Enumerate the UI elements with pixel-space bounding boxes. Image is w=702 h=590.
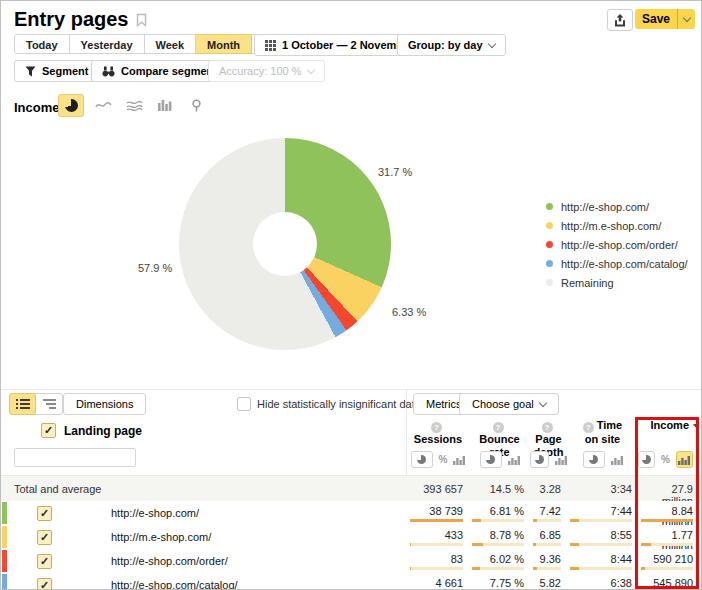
url-filter-input[interactable] xyxy=(14,448,136,467)
row-cell: 9.36 xyxy=(530,549,567,573)
hide-insignificant-group: Hide statistically insignificant data xyxy=(237,397,440,411)
row-color-strip xyxy=(2,526,7,548)
view-bars-button[interactable] xyxy=(676,451,693,468)
row-cell: 7.42 xyxy=(530,501,567,525)
cell-bar-track xyxy=(410,519,463,522)
view-percent-button[interactable]: % xyxy=(439,454,448,465)
period-tab-month[interactable]: Month xyxy=(196,34,252,54)
cell-bar-fill xyxy=(472,543,483,546)
chevron-down-icon xyxy=(682,13,690,21)
chart-type-map-icon[interactable] xyxy=(184,95,208,116)
legend-dot xyxy=(546,222,553,229)
select-all-checkbox[interactable]: ✓ xyxy=(41,423,56,438)
legend-item[interactable]: http://e-shop.com/order/ xyxy=(546,235,688,254)
metric-view-icons xyxy=(469,451,530,468)
row-url-link[interactable]: http://m.e-shop.com/ xyxy=(111,531,211,543)
cell-value: 7.75 % xyxy=(469,573,530,589)
legend-item[interactable]: Remaining xyxy=(546,273,688,292)
legend-item[interactable]: http://m.e-shop.com/ xyxy=(546,216,688,235)
choose-goal-dropdown[interactable]: Choose goal xyxy=(459,393,559,415)
cell-bar-track xyxy=(570,567,632,570)
row-checkbox[interactable]: ✓ xyxy=(37,554,52,569)
column-header-label[interactable]: Income xyxy=(638,419,702,432)
cell-value: 7:44 xyxy=(567,501,638,517)
cell-bar-fill xyxy=(641,567,645,570)
total-cell: 3.28 xyxy=(530,476,567,502)
export-button[interactable] xyxy=(607,9,633,31)
tree-view-button[interactable] xyxy=(36,393,63,415)
row-url-link[interactable]: http://e-shop.com/ xyxy=(111,507,199,519)
save-dropdown-button[interactable] xyxy=(677,9,695,29)
cell-bar-fill xyxy=(410,567,411,570)
metric-view-icons xyxy=(530,451,567,468)
metric-column-bounce-rate: ?Bounce rate xyxy=(469,419,530,459)
view-bars-button[interactable] xyxy=(611,455,623,465)
total-cell: 3:34 xyxy=(567,476,638,502)
hide-insignificant-checkbox[interactable] xyxy=(237,397,251,411)
view-toggle-group xyxy=(9,393,63,415)
cell-bar-fill xyxy=(472,567,480,570)
view-bars-button[interactable] xyxy=(555,455,567,465)
chevron-down-icon xyxy=(539,398,547,406)
help-icon[interactable]: ? xyxy=(431,422,442,433)
row-url-link[interactable]: http://e-shop.com/catalog/ xyxy=(111,579,238,590)
view-bars-button[interactable] xyxy=(453,455,465,465)
group-by-dropdown[interactable]: Group: by day xyxy=(397,34,506,56)
chart-type-selector xyxy=(58,94,208,117)
row-cell: 7:44 xyxy=(567,501,638,525)
dimensions-button[interactable]: Dimensions xyxy=(63,393,146,415)
chart-type-columns-icon[interactable] xyxy=(153,95,177,116)
total-cell: 27.9 million xyxy=(638,476,699,502)
row-color-strip xyxy=(2,502,7,524)
help-icon[interactable]: ? xyxy=(583,422,594,433)
entry-pages-report: Entry pages Save TodayYesterdayWeekMonth… xyxy=(0,0,702,590)
view-percent-button[interactable]: % xyxy=(661,454,670,465)
save-button[interactable]: Save xyxy=(635,9,677,29)
view-pie-button[interactable] xyxy=(583,451,605,468)
view-pie-button[interactable] xyxy=(530,451,549,468)
period-tab-week[interactable]: Week xyxy=(145,34,197,54)
cell-bar-fill xyxy=(472,519,481,522)
view-bars-button[interactable] xyxy=(508,455,520,465)
period-tab-yesterday[interactable]: Yesterday xyxy=(70,34,145,54)
cell-value: 6.02 % xyxy=(469,549,530,565)
accuracy-dropdown[interactable]: Accuracy: 100 % xyxy=(208,60,325,82)
cell-bar-fill xyxy=(410,519,463,522)
income-donut-chart[interactable] xyxy=(179,138,391,350)
slice-label-mshop: 6.33 % xyxy=(392,306,426,318)
metric-column-time-on-site: ?Time on site xyxy=(567,419,638,446)
column-header-label[interactable]: ?Time on site xyxy=(580,419,626,446)
chart-type-pie-icon[interactable] xyxy=(58,94,84,117)
row-cell: 8.84 million xyxy=(638,501,699,525)
list-view-button[interactable] xyxy=(9,393,36,415)
row-url-link[interactable]: http://e-shop.com/order/ xyxy=(111,555,228,567)
row-checkbox[interactable]: ✓ xyxy=(37,578,52,590)
legend-item[interactable]: http://e-shop.com/ xyxy=(546,197,688,216)
total-cell: 14.5 % xyxy=(469,476,530,502)
row-color-strip xyxy=(2,574,7,590)
chevron-down-icon xyxy=(306,65,314,73)
page-title: Entry pages xyxy=(14,8,147,31)
chart-type-line-icon[interactable] xyxy=(91,95,115,116)
cell-value: 433 xyxy=(407,525,469,541)
total-value: 3:34 xyxy=(567,476,638,495)
group-by-text: Group: by day xyxy=(408,39,483,51)
column-header-label[interactable]: ?Sessions xyxy=(407,419,469,446)
chart-type-stacked-icon[interactable] xyxy=(122,95,146,116)
cell-bar-track xyxy=(533,567,561,570)
legend-item[interactable]: http://e-shop.com/catalog/ xyxy=(546,254,688,273)
help-icon[interactable]: ? xyxy=(542,422,553,433)
cell-bar-fill xyxy=(641,543,651,546)
period-tab-today[interactable]: Today xyxy=(14,34,70,54)
cell-bar-track xyxy=(410,543,463,546)
view-pie-button[interactable] xyxy=(411,451,433,468)
cell-bar-track xyxy=(641,543,693,546)
row-checkbox[interactable]: ✓ xyxy=(37,530,52,545)
view-pie-button[interactable] xyxy=(638,451,655,468)
help-icon[interactable]: ? xyxy=(493,422,504,433)
row-checkbox[interactable]: ✓ xyxy=(37,506,52,521)
legend-dot xyxy=(546,203,553,210)
bookmark-icon[interactable] xyxy=(136,13,147,27)
view-pie-button[interactable] xyxy=(480,451,502,468)
cell-value: 590 210 xyxy=(638,549,699,565)
